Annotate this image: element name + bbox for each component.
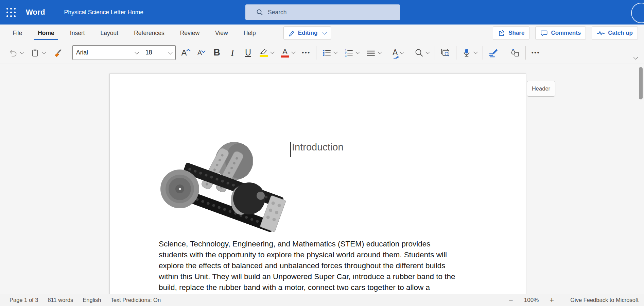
- language-indicator[interactable]: English: [83, 297, 101, 303]
- more-commands-button[interactable]: •••: [530, 45, 541, 61]
- search-icon: [415, 48, 423, 57]
- numbering-button[interactable]: 1 2 3: [343, 45, 361, 61]
- tab-references[interactable]: References: [126, 25, 172, 42]
- document-canvas[interactable]: Introduction: [0, 64, 644, 294]
- zoom-in-button[interactable]: +: [547, 296, 556, 304]
- font-controls: Arial 18: [72, 45, 176, 60]
- tab-file[interactable]: File: [5, 25, 30, 42]
- format-painter-button[interactable]: [51, 45, 64, 61]
- word-web-app: Word Physical Science Letter Home File H…: [0, 0, 644, 306]
- divider: [435, 46, 435, 60]
- more-font-options-button[interactable]: •••: [300, 45, 312, 61]
- find-button[interactable]: [413, 45, 431, 61]
- editing-mode-button[interactable]: Editing: [283, 26, 331, 40]
- share-button[interactable]: Share: [493, 26, 529, 40]
- font-size-combobox[interactable]: 18: [142, 46, 175, 60]
- clipboard-icon: [30, 48, 40, 58]
- tab-home[interactable]: Home: [30, 25, 62, 42]
- chevron-down-icon: [425, 50, 430, 54]
- editor-button[interactable]: [487, 45, 500, 61]
- page-preview-button[interactable]: [439, 45, 452, 61]
- chevron-down-icon: [333, 50, 338, 54]
- divider: [316, 46, 316, 60]
- document-image-robot-car[interactable]: [160, 139, 289, 235]
- chevron-down-icon: [42, 50, 46, 54]
- alignment-button[interactable]: [365, 45, 383, 61]
- divider: [525, 46, 526, 60]
- vertical-scrollbar-thumb[interactable]: [639, 67, 643, 99]
- font-name-combobox[interactable]: Arial: [73, 46, 142, 60]
- document-paragraph[interactable]: Science, Technology, Engineering, and Ma…: [159, 239, 492, 293]
- paragraph-line[interactable]: Science, Technology, Engineering, and Ma…: [159, 239, 492, 249]
- paragraph-line[interactable]: build, replace the rubber band with a mo…: [159, 282, 492, 293]
- underline-button[interactable]: U: [242, 45, 254, 61]
- comments-button[interactable]: Comments: [535, 26, 586, 40]
- shrink-font-button[interactable]: A: [195, 45, 207, 61]
- dictate-button[interactable]: [460, 45, 478, 61]
- undo-icon: [8, 48, 18, 58]
- chevron-down-icon: [291, 50, 296, 54]
- document-heading[interactable]: Introduction: [292, 142, 344, 153]
- highlighter-icon: [259, 48, 268, 54]
- page-count[interactable]: Page 1 of 3: [10, 297, 38, 303]
- italic-button[interactable]: I: [227, 45, 238, 61]
- catch-up-button[interactable]: Catch up: [592, 26, 638, 40]
- divider: [483, 46, 483, 60]
- tab-layout[interactable]: Layout: [93, 25, 126, 42]
- font-color-button[interactable]: A: [279, 45, 296, 61]
- bullets-button[interactable]: [320, 45, 338, 61]
- grow-font-button[interactable]: A: [180, 45, 191, 61]
- undo-button[interactable]: [7, 45, 25, 61]
- statusbar: Page 1 of 3 811 words English Text Predi…: [0, 294, 644, 306]
- feedback-link[interactable]: Give Feedback to Microsoft: [570, 297, 639, 303]
- paragraph-line[interactable]: within this Unit. They will build an Unp…: [159, 271, 492, 282]
- divider: [387, 46, 387, 60]
- styles-button[interactable]: A: [391, 45, 405, 61]
- search-input[interactable]: [267, 9, 400, 16]
- font-color-swatch: [281, 55, 289, 58]
- highlight-button[interactable]: [258, 45, 275, 61]
- zoom-out-button[interactable]: −: [507, 296, 515, 304]
- paragraph-line[interactable]: students with the opportunity to explore…: [159, 249, 492, 260]
- microphone-icon: [462, 48, 471, 58]
- statusbar-left: Page 1 of 3 811 words English Text Predi…: [10, 297, 161, 303]
- chevron-down-icon: [473, 50, 478, 54]
- document-title[interactable]: Physical Science Letter Home: [64, 9, 143, 16]
- avatar[interactable]: [631, 3, 644, 23]
- comment-icon: [540, 29, 548, 37]
- menu-actions: Share Comments Catch up: [493, 26, 638, 40]
- chevron-down-icon: [270, 50, 275, 54]
- highlight-color-swatch: [260, 55, 268, 57]
- divider: [504, 46, 504, 60]
- ribbon-collapse-button[interactable]: [630, 53, 641, 62]
- search-icon: [256, 9, 263, 16]
- chevron-down-icon: [20, 50, 24, 54]
- search-box[interactable]: [245, 4, 400, 20]
- divider: [409, 46, 409, 60]
- designer-button[interactable]: [508, 45, 521, 61]
- menubar: File Home Insert Layout References Revie…: [0, 25, 644, 42]
- app-launcher-button[interactable]: [5, 7, 16, 18]
- document-page[interactable]: Introduction: [109, 74, 526, 294]
- numbered-list-icon: 1 2 3: [344, 48, 353, 57]
- align-justify-icon: [366, 48, 376, 57]
- tab-review[interactable]: Review: [172, 25, 207, 42]
- divider: [68, 46, 68, 60]
- svg-text:3: 3: [345, 54, 347, 57]
- paste-button[interactable]: [29, 45, 47, 61]
- app-name: Word: [26, 8, 45, 17]
- statusbar-right: − 100% + Give Feedback to Microsoft: [507, 296, 639, 304]
- ribbon-toolbar: Arial 18 A A B I U: [0, 42, 644, 64]
- tab-help[interactable]: Help: [236, 25, 264, 42]
- chevron-down-icon: [400, 50, 404, 54]
- paragraph-line[interactable]: explore the effects of balanced and unba…: [159, 260, 492, 271]
- text-predictions-toggle[interactable]: Text Predictions: On: [110, 297, 161, 303]
- bold-button[interactable]: B: [211, 45, 223, 61]
- zoom-level[interactable]: 100%: [524, 297, 539, 304]
- tab-view[interactable]: View: [207, 25, 236, 42]
- text-cursor: [290, 142, 291, 157]
- pencil-icon: [288, 30, 295, 36]
- tab-insert[interactable]: Insert: [62, 25, 93, 42]
- word-count[interactable]: 811 words: [48, 297, 73, 303]
- header-button[interactable]: Header: [527, 81, 555, 97]
